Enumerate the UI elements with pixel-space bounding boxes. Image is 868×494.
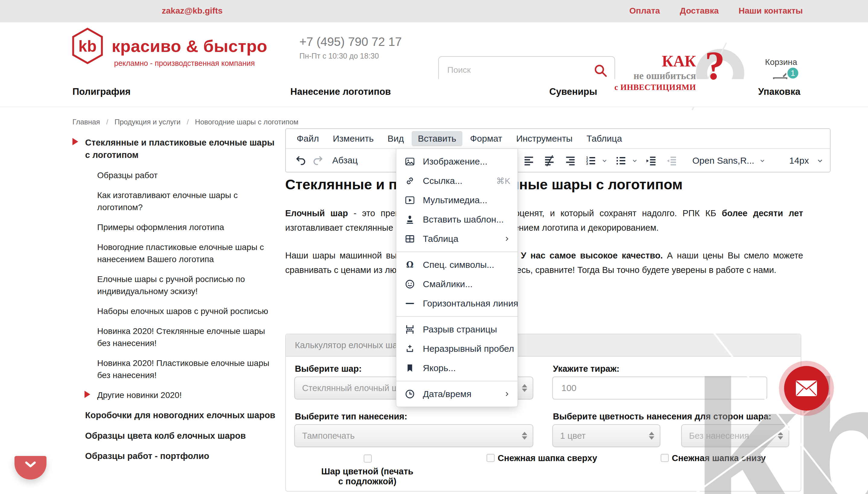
search-icon[interactable]	[593, 63, 608, 78]
menu-item-label: Ссылка...	[423, 176, 462, 186]
ordered-list-icon[interactable]: 123	[583, 152, 599, 169]
phone-block: +7 (495) 790 72 17 Пн-Пт с 10:30 до 18:3…	[299, 35, 402, 60]
color-side2-select[interactable]: Без нанесения	[681, 424, 789, 447]
banner-line3: с ИНВЕСТИЦИЯМИ	[614, 83, 696, 92]
sidebar-item[interactable]: Елочные шары с ручной росписью по индиви…	[84, 273, 278, 298]
color-side1-select[interactable]: 1 цвет	[552, 424, 660, 447]
sidebar-item-boxes[interactable]: Коробочки для новогодних елочных шаров	[73, 409, 278, 421]
color-side1-value: 1 цвет	[560, 431, 586, 441]
menu-item-shortcut: ⌘K	[496, 176, 510, 186]
nav-item-logo-printing[interactable]: Нанесение логотипов	[290, 87, 391, 97]
menu-item-datetime[interactable]: Дата/время	[396, 384, 518, 404]
breadcrumb-products[interactable]: Продукция и услуги	[114, 118, 180, 126]
nonbreaking-space-icon	[403, 343, 417, 354]
sidebar-item[interactable]: Наборы елочных шаров с ручной росписью	[84, 305, 278, 317]
menu-table[interactable]: Таблица	[580, 131, 628, 146]
menu-insert[interactable]: Вставить	[412, 131, 462, 146]
undo-icon[interactable]	[293, 152, 309, 169]
topbar-link-delivery[interactable]: Доставка	[680, 6, 719, 16]
menu-file[interactable]: Файл	[291, 131, 325, 146]
menu-item-nonbreaking-space[interactable]: Неразрывный пробел	[396, 339, 518, 358]
sidebar-item[interactable]: Новинка 2020! Стеклянные елочные шары бе…	[84, 325, 278, 349]
sidebar-item[interactable]: Как изготавливают елочные шары с логотип…	[84, 189, 278, 213]
sidebar-item[interactable]: Новогодние пластиковые елочные шары с на…	[84, 241, 278, 265]
calculator-body: Выберите шар: Стеклянный елочный шар Ука…	[286, 357, 801, 492]
topbar-link-payment[interactable]: Оплата	[629, 6, 660, 16]
sidebar-item-new-2020[interactable]: Другие новинки 2020!	[84, 389, 278, 401]
align-right-icon[interactable]	[562, 152, 578, 169]
page-title: Стеклянные и пластиковые елочные шары с …	[285, 176, 803, 193]
checkbox-colored-ball[interactable]	[364, 454, 372, 462]
email-fab-button[interactable]	[784, 366, 829, 411]
menu-item-emoticons[interactable]: Смайлики...	[396, 274, 518, 294]
menu-view[interactable]: Вид	[381, 131, 410, 146]
sidebar-item-color-samples[interactable]: Образцы цвета колб елочных шаров	[73, 430, 278, 442]
breadcrumb-home[interactable]: Главная	[73, 118, 100, 126]
main-nav: Полиграфия Нанесение логотипов Сувениры …	[0, 79, 868, 107]
submenu-chevron-icon	[504, 235, 510, 243]
sidebar-item[interactable]: Новинка 2020! Пластиковые елочные шары б…	[84, 357, 278, 381]
menu-item-table[interactable]: Таблица	[396, 229, 518, 248]
checkbox-snow-top-label[interactable]: Снежная шапка сверху	[498, 453, 597, 463]
qty-input[interactable]	[552, 377, 767, 399]
phone-hours: Пн-Пт с 10:30 до 18:30	[299, 52, 402, 60]
sidebar-item-portfolio[interactable]: Образцы работ - портфолио	[73, 450, 278, 462]
font-size-select[interactable]: 14px	[789, 155, 809, 166]
select-arrows-icon	[522, 432, 527, 440]
menu-format[interactable]: Формат	[464, 131, 509, 146]
nav-item-packaging[interactable]: Упаковка	[758, 87, 801, 97]
logo[interactable]: kb красиво & быстро рекламно - производс…	[72, 28, 268, 68]
menu-item-page-break[interactable]: Разрыв страницы	[396, 320, 518, 339]
editor-toolbar: Абзац 123	[286, 148, 830, 172]
menu-tools[interactable]: Инструменты	[510, 131, 578, 146]
ordered-list-chevron-icon[interactable]	[600, 156, 610, 165]
outdent-icon[interactable]	[663, 152, 680, 169]
menu-item-label: Таблица	[423, 234, 458, 244]
sidebar-item-label: Другие новинки 2020!	[97, 391, 182, 400]
print-type-value: Тампопечать	[302, 431, 355, 441]
toolbar-more-chevron-icon[interactable]	[815, 156, 825, 165]
print-type-select[interactable]: Тампопечать	[294, 424, 533, 447]
sidebar-item[interactable]: Примеры оформления логотипа	[84, 221, 278, 233]
submenu-chevron-icon	[504, 390, 510, 398]
menu-item-media[interactable]: Мультимедиа...	[396, 191, 518, 210]
font-family-select[interactable]: Open Sans,R...	[692, 155, 754, 166]
checkbox-snow-bottom-label[interactable]: Снежная шапка снизу	[672, 453, 766, 463]
topbar-link-contacts[interactable]: Наши контакты	[738, 6, 803, 16]
horizontal-rule-icon	[403, 298, 417, 309]
menu-item-image[interactable]: Изображение...	[396, 152, 518, 171]
banner-question-mark: ?	[705, 42, 725, 89]
menu-item-label: Смайлики...	[423, 279, 473, 289]
checkbox-snow-top[interactable]	[487, 454, 495, 462]
ball-select-value: Стеклянный елочный шар	[302, 383, 408, 393]
unordered-list-icon[interactable]	[613, 152, 629, 169]
align-none-icon[interactable]	[541, 152, 558, 169]
nav-item-souvenirs[interactable]: Сувениры	[549, 87, 597, 97]
checkbox-colored-ball-label[interactable]: Шар цветной (печать с подложкой)	[319, 467, 416, 487]
menu-item-template[interactable]: Вставить шаблон...	[396, 210, 518, 229]
email-link[interactable]: zakaz@kb.gifts	[162, 6, 223, 16]
scroll-down-button[interactable]	[15, 456, 46, 479]
menu-item-special-chars[interactable]: Ω Спец. символы...	[396, 255, 518, 274]
print-type-label: Выберите тип нанесения:	[295, 412, 407, 421]
nav-item-polygraphy[interactable]: Полиграфия	[73, 87, 131, 97]
unordered-list-chevron-icon[interactable]	[631, 156, 640, 165]
menu-item-link[interactable]: Ссылка... ⌘K	[396, 171, 518, 191]
sidebar-item-active[interactable]: Стеклянные и пластиковые елочные шары с …	[73, 136, 278, 162]
sidebar-item[interactable]: Образцы работ	[84, 169, 278, 182]
indent-icon[interactable]	[643, 152, 659, 169]
font-family-chevron-icon[interactable]	[758, 156, 768, 165]
checkbox-snow-bottom[interactable]	[660, 454, 669, 462]
sidebar-item-label: Новогодние пластиковые елочные шары с на…	[97, 243, 264, 264]
topbar: zakaz@kb.gifts Оплата Доставка Наши конт…	[0, 0, 868, 22]
menu-item-horizontal-rule[interactable]: Горизонтальная линия	[396, 294, 518, 313]
color-side2-value: Без нанесения	[689, 431, 749, 441]
text-run: У нас самое высокое качество.	[521, 251, 663, 260]
align-left-icon[interactable]	[521, 152, 537, 169]
redo-icon[interactable]	[309, 152, 326, 169]
menu-edit[interactable]: Изменить	[327, 131, 380, 146]
envelope-icon	[795, 380, 817, 397]
block-format-select[interactable]: Абзац	[332, 155, 358, 166]
menu-item-anchor[interactable]: Якорь...	[396, 358, 518, 378]
menu-item-label: Неразрывный пробел	[423, 344, 514, 354]
